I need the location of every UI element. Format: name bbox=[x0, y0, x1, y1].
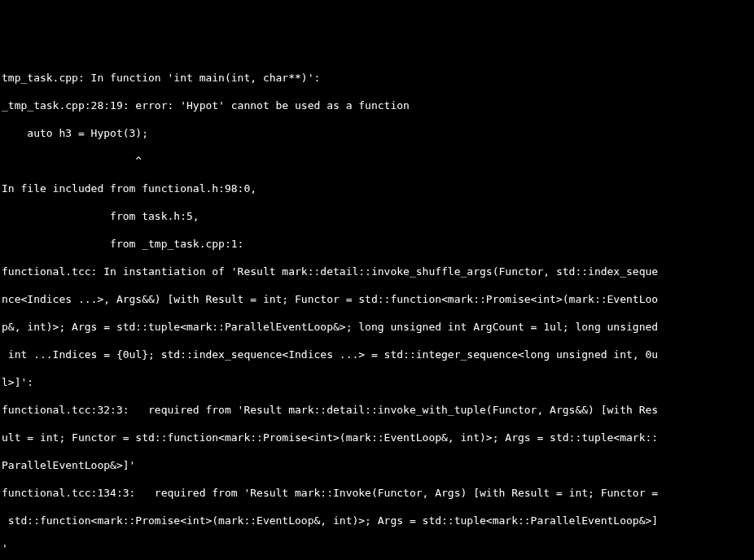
compiler-output-line: l>]': bbox=[2, 375, 754, 389]
compiler-output-line: nce<Indices ...>, Args&&) [with Result =… bbox=[2, 292, 754, 306]
compiler-output-line: functional.tcc: In instantiation of 'Res… bbox=[2, 265, 754, 278]
compiler-output-line: functional.tcc:134:3: required from 'Res… bbox=[2, 486, 754, 500]
terminal-output: tmp_task.cpp: In function 'int main(int,… bbox=[0, 55, 754, 560]
compiler-output-line: std::function<mark::Promise<int>(mark::E… bbox=[2, 514, 754, 527]
compiler-output-line: auto h3 = Hypot(3); bbox=[2, 126, 754, 140]
compiler-output-line: p&, int)>; Args = std::tuple<mark::Paral… bbox=[2, 320, 754, 334]
compiler-output-line: ^ bbox=[2, 154, 754, 168]
compiler-output-line: tmp_task.cpp: In function 'int main(int,… bbox=[2, 71, 754, 85]
compiler-output-line: _tmp_task.cpp:28:19: error: 'Hypot' cann… bbox=[2, 98, 754, 112]
compiler-output-line: ' bbox=[2, 541, 754, 555]
compiler-output-line: functional.tcc:32:3: required from 'Resu… bbox=[2, 403, 754, 417]
compiler-output-line: from task.h:5, bbox=[2, 209, 754, 223]
compiler-output-line: ult = int; Functor = std::function<mark:… bbox=[2, 431, 754, 444]
compiler-output-line: from _tmp_task.cpp:1: bbox=[2, 237, 754, 251]
compiler-output-line: int ...Indices = {0ul}; std::index_seque… bbox=[2, 348, 754, 361]
compiler-output-line: ParallelEventLoop&>]' bbox=[2, 458, 754, 472]
compiler-output-line: In file included from functional.h:98:0, bbox=[2, 182, 754, 195]
